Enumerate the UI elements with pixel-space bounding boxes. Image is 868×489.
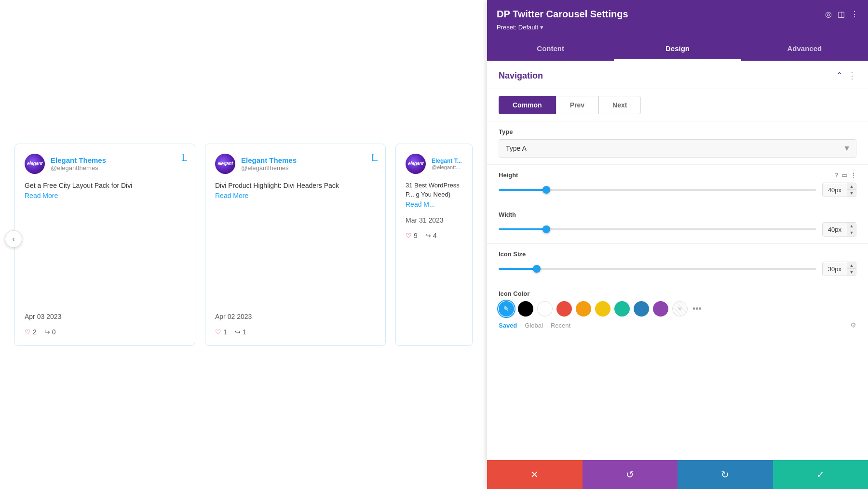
tweet-card-1: 𝕃 elegant Elegant Themes @elegantthemes …	[14, 144, 195, 346]
icon-size-input[interactable]: 30px	[823, 263, 847, 276]
device-icon-height[interactable]: ▭	[841, 172, 847, 179]
icon-size-slider-track[interactable]	[499, 268, 816, 270]
panel-title-row: DP Twitter Carousel Settings ◎ ◫ ⋮	[497, 9, 858, 20]
card-date-3: Mar 31 2023	[406, 216, 462, 224]
color-swatch-eraser[interactable]: ✕	[672, 301, 688, 317]
tab-design[interactable]: Design	[614, 38, 741, 61]
avatar-2: elegant	[215, 154, 235, 174]
avatar-1: elegant	[25, 154, 45, 174]
read-more-3[interactable]: Read M...	[406, 200, 435, 208]
target-icon[interactable]: ◎	[825, 10, 832, 19]
shares-3: ↪ 4	[425, 232, 437, 239]
more-icon[interactable]: ⋮	[851, 10, 858, 19]
height-slider-track[interactable]	[499, 189, 816, 191]
card-text-2: Divi Product Highlight: Divi Headers Pac…	[215, 181, 376, 303]
height-slider-row: 40px ▲ ▼	[499, 183, 856, 197]
width-input[interactable]: 40px	[823, 223, 847, 236]
shares-1: ↪ 0	[44, 328, 56, 336]
width-slider-track[interactable]	[499, 228, 816, 230]
width-slider-value: 40px ▲ ▼	[822, 222, 856, 237]
shares-2: ↪ 1	[235, 328, 246, 336]
sub-tab-prev[interactable]: Prev	[556, 96, 598, 114]
confirm-button[interactable]: ✓	[773, 460, 868, 489]
icon-size-decrement[interactable]: ▼	[847, 269, 856, 276]
likes-2: ♡ 1	[215, 328, 227, 336]
undo-button[interactable]: ↺	[583, 460, 678, 489]
height-decrement[interactable]: ▼	[847, 190, 856, 197]
width-decrement[interactable]: ▼	[847, 229, 856, 236]
read-more-2[interactable]: Read More	[215, 192, 248, 199]
color-swatch-dark-blue[interactable]	[634, 301, 649, 317]
columns-icon[interactable]: ◫	[838, 10, 845, 19]
color-swatch-white[interactable]	[537, 301, 553, 317]
height-increment[interactable]: ▲	[847, 183, 856, 190]
width-increment[interactable]: ▲	[847, 223, 856, 229]
eraser-icon: ✕	[673, 302, 687, 316]
card-header-2: elegant Elegant Themes @elegantthemes	[215, 154, 376, 174]
color-swatch-yellow[interactable]	[595, 301, 610, 317]
panel-footer: ✕ ↺ ↻ ✓	[487, 460, 868, 489]
color-swatch-orange[interactable]	[576, 301, 591, 317]
height-slider-fill	[499, 189, 546, 191]
color-swatch-red[interactable]	[556, 301, 572, 317]
share-icon-3: ↪	[425, 232, 431, 239]
color-tab-saved[interactable]: Saved	[499, 322, 517, 329]
heart-icon-1: ♡	[25, 328, 31, 336]
color-swatch-blue[interactable]: ✎	[499, 301, 514, 317]
panel-preset[interactable]: Preset: Default ▾	[497, 24, 858, 31]
height-slider-thumb[interactable]	[542, 186, 550, 194]
section-header: Navigation ⌃ ⋮	[487, 61, 868, 89]
pencil-icon: ✎	[499, 301, 514, 317]
width-field: Width 40px ▲ ▼	[487, 204, 868, 244]
redo-button[interactable]: ↻	[678, 460, 773, 489]
chevron-up-icon[interactable]: ⌃	[836, 70, 843, 81]
user-info-2: Elegant Themes @elegantthemes	[241, 156, 297, 172]
user-name-1: Elegant Themes	[51, 156, 106, 164]
panel-title: DP Twitter Carousel Settings	[497, 9, 628, 20]
color-tab-recent[interactable]: Recent	[551, 322, 570, 329]
card-header-1: elegant Elegant Themes @elegantthemes	[25, 154, 185, 174]
tab-advanced[interactable]: Advanced	[741, 38, 868, 61]
icon-size-slider-thumb[interactable]	[533, 265, 541, 273]
card-actions-2: ♡ 1 ↪ 1	[215, 320, 376, 336]
cards-container: ‹ 𝕃 elegant Elegant Themes @eleganttheme…	[14, 144, 473, 346]
more-colors-icon[interactable]: •••	[692, 304, 702, 314]
panel-content: Navigation ⌃ ⋮ Common Prev Next Type Typ…	[487, 61, 868, 460]
height-stepper: ▲ ▼	[847, 183, 856, 197]
icon-size-slider-value: 30px ▲ ▼	[822, 262, 856, 276]
panel-title-icons: ◎ ◫ ⋮	[825, 10, 858, 19]
tab-content[interactable]: Content	[487, 38, 614, 61]
type-select[interactable]: Type A Type B Type C	[499, 139, 856, 158]
help-icon-height[interactable]: ?	[835, 172, 839, 179]
read-more-1[interactable]: Read More	[25, 192, 58, 199]
color-tabs: Saved Global Recent ⚙	[499, 321, 856, 329]
prev-arrow[interactable]: ‹	[5, 230, 22, 248]
color-tab-global[interactable]: Global	[525, 322, 543, 329]
height-input[interactable]: 40px	[823, 184, 847, 197]
width-slider-row: 40px ▲ ▼	[499, 222, 856, 237]
card-date-1: Apr 03 2023	[25, 313, 185, 320]
width-slider-thumb[interactable]	[542, 225, 550, 233]
section-title: Navigation	[499, 71, 543, 81]
cancel-button[interactable]: ✕	[487, 460, 583, 489]
user-handle-2: @elegantthemes	[241, 164, 297, 172]
card-date-2: Apr 02 2023	[215, 313, 376, 320]
icon-size-increment[interactable]: ▲	[847, 262, 856, 269]
section-more-icon[interactable]: ⋮	[848, 70, 856, 81]
color-settings-icon[interactable]: ⚙	[850, 321, 856, 329]
type-select-wrapper: Type A Type B Type C ▼	[499, 139, 856, 158]
color-swatch-teal[interactable]	[614, 301, 630, 317]
section-header-icons: ⌃ ⋮	[836, 70, 856, 81]
width-slider-fill	[499, 228, 546, 230]
user-handle-1: @elegantthemes	[51, 164, 106, 172]
width-stepper: ▲ ▼	[847, 223, 856, 236]
user-name-3: Elegant T...	[432, 158, 462, 164]
type-label: Type	[499, 128, 856, 135]
sub-tab-common[interactable]: Common	[499, 96, 556, 114]
sub-tab-next[interactable]: Next	[598, 96, 641, 114]
height-field: Height ? ▭ ⋮ 40px ▲ ▼	[487, 165, 868, 204]
share-icon-2: ↪	[235, 328, 241, 336]
color-swatch-black[interactable]	[518, 301, 533, 317]
more-icon-height[interactable]: ⋮	[850, 172, 856, 179]
color-swatch-purple[interactable]	[653, 301, 668, 317]
